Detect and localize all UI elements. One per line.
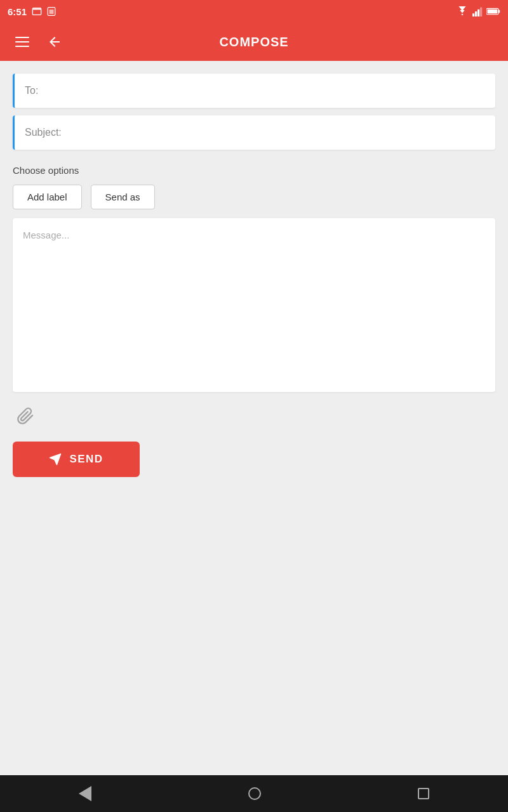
svg-marker-12 <box>50 454 61 465</box>
sim-icon <box>47 6 56 16</box>
svg-rect-10 <box>488 10 498 13</box>
svg-rect-3 <box>50 10 54 14</box>
nav-home-button[interactable] <box>233 781 276 806</box>
options-label: Choose options <box>13 165 495 176</box>
svg-rect-9 <box>498 10 500 13</box>
send-button[interactable]: SEND <box>13 442 140 477</box>
status-bar: 6:51 <box>0 0 508 23</box>
add-label-button[interactable]: Add label <box>13 185 82 209</box>
send-button-label: SEND <box>69 453 103 466</box>
options-buttons: Add label Send as <box>13 185 495 209</box>
home-nav-icon <box>248 787 261 800</box>
nav-recents-button[interactable] <box>403 782 444 806</box>
main-content: Choose options Add label Send as SEND <box>0 61 508 775</box>
to-input[interactable] <box>15 74 495 108</box>
notification-icon <box>32 6 42 16</box>
back-button[interactable] <box>42 29 67 55</box>
svg-rect-6 <box>478 10 479 16</box>
svg-rect-5 <box>475 11 477 16</box>
menu-button[interactable] <box>10 32 34 52</box>
app-bar: COMPOSE <box>0 23 508 61</box>
message-input[interactable] <box>13 218 495 390</box>
signal-icon <box>472 6 483 16</box>
send-icon <box>49 453 62 466</box>
battery-icon <box>486 7 500 16</box>
page-title: COMPOSE <box>219 35 288 49</box>
attachment-button[interactable] <box>15 406 36 426</box>
back-nav-icon <box>79 786 91 801</box>
send-as-button[interactable]: Send as <box>91 185 155 209</box>
message-container <box>13 218 495 392</box>
recents-nav-icon <box>418 788 429 799</box>
status-time: 6:51 <box>8 6 27 17</box>
svg-rect-7 <box>480 8 482 16</box>
to-field-container <box>13 74 495 108</box>
attachment-row <box>13 401 495 431</box>
subject-input[interactable] <box>15 115 495 150</box>
status-bar-right <box>456 6 500 16</box>
status-bar-left: 6:51 <box>8 6 56 17</box>
svg-rect-1 <box>33 8 41 10</box>
options-section: Choose options Add label Send as <box>13 165 495 209</box>
svg-rect-4 <box>472 13 474 16</box>
wifi-icon <box>456 6 469 16</box>
subject-field-container <box>13 115 495 150</box>
bottom-nav <box>0 775 508 812</box>
nav-back-button[interactable] <box>64 780 107 808</box>
